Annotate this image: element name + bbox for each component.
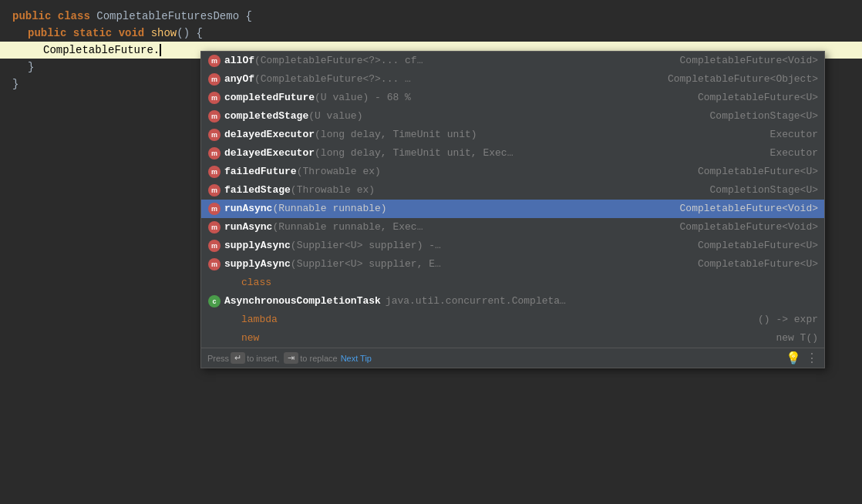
ac-item-completedStage[interactable]: m completedStage (U value) CompletionSta…: [201, 107, 824, 126]
ac-params: (Supplier<U> supplier) -…: [291, 237, 441, 254]
ac-method-name: completedStage: [224, 108, 308, 125]
method-icon: m: [207, 54, 221, 68]
ac-params: (Supplier<U> supplier, E…: [291, 256, 441, 273]
ac-method-name: completedFuture: [224, 89, 315, 106]
ac-return-type: CompletableFuture<Void>: [680, 219, 818, 236]
ac-method-name: delayedExecutor: [224, 145, 315, 162]
method-show: show: [151, 25, 177, 42]
keyword-public: public: [12, 8, 58, 25]
ac-item-runAsync1[interactable]: m runAsync (Runnable runnable) Completab…: [201, 200, 824, 218]
ac-return-type: CompletableFuture<U>: [698, 256, 818, 273]
ac-return-type: CompletableFuture<Void>: [680, 52, 818, 69]
ac-method-name: delayedExecutor: [224, 126, 315, 143]
ac-keyword-class: class: [224, 274, 271, 291]
class-name: CompletableFuturesDemo: [96, 8, 245, 25]
ac-params: (Runnable runnable): [272, 200, 386, 217]
ac-method-name: runAsync: [224, 200, 272, 217]
ac-params: (long delay, TimeUnit unit, Exec…: [315, 145, 513, 162]
method-icon: m: [207, 183, 221, 197]
ac-params: (CompletableFuture<?>... …: [254, 71, 411, 88]
ac-return-new: new T(): [776, 330, 818, 347]
ac-params: (Throwable ex): [297, 163, 381, 180]
method-icon: m: [207, 146, 221, 160]
ac-item-delayedExecutor2[interactable]: m delayedExecutor (long delay, TimeUnit …: [201, 144, 824, 163]
ac-method-name: anyOf: [224, 71, 254, 88]
ac-params: (Runnable runnable, Exec…: [272, 219, 423, 236]
ac-method-name: supplyAsync: [224, 256, 291, 273]
editor-area: public class CompletableFuturesDemo { pu…: [0, 0, 862, 100]
keyword-public-2: public: [28, 25, 73, 42]
code-line-1: public class CompletableFuturesDemo {: [0, 8, 862, 25]
footer-replace-key: ⇥: [284, 352, 298, 364]
ac-item-failedStage[interactable]: m failedStage (Throwable ex) CompletionS…: [201, 181, 824, 200]
ac-item-supplyAsync2[interactable]: m supplyAsync (Supplier<U> supplier, E… …: [201, 255, 824, 274]
ac-params: (CompletableFuture<?>... cf…: [254, 52, 423, 69]
ac-item-new[interactable]: new new T(): [201, 329, 824, 348]
ac-return-type: CompletableFuture<Object>: [668, 71, 818, 88]
ac-item-delayedExecutor1[interactable]: m delayedExecutor (long delay, TimeUnit …: [201, 126, 824, 144]
footer-replace-label: to replace: [300, 354, 337, 363]
ac-item-allOf[interactable]: m allOf (CompletableFuture<?>... cf… Com…: [201, 52, 824, 70]
autocomplete-footer: Press ↵ to insert, ⇥ to replace Next Tip…: [201, 348, 824, 368]
ac-keyword-new: new: [224, 330, 259, 347]
ac-return-lambda: () -> expr: [758, 311, 818, 328]
ac-item-lambda[interactable]: lambda () -> expr: [201, 311, 824, 329]
ac-return-type: CompletableFuture<U>: [698, 89, 818, 106]
autocomplete-dropdown: m allOf (CompletableFuture<?>... cf… Com…: [200, 51, 825, 368]
footer-insert-key: ↵: [231, 352, 245, 364]
keyword-static: static: [73, 25, 119, 42]
ac-class-package: java.util.concurrent.Completa…: [386, 293, 566, 310]
ac-method-name: supplyAsync: [224, 237, 291, 254]
ac-method-name: runAsync: [224, 219, 272, 236]
method-icon: m: [207, 72, 221, 86]
keyword-class: class: [58, 8, 96, 25]
text-cursor: [160, 44, 161, 56]
ac-item-class[interactable]: class: [201, 274, 824, 292]
bulb-icon[interactable]: 💡: [786, 351, 801, 365]
no-icon: [207, 331, 221, 345]
ac-method-name: failedFuture: [224, 163, 297, 180]
class-icon: c: [207, 294, 221, 308]
ac-item-failedFuture[interactable]: m failedFuture (Throwable ex) Completabl…: [201, 163, 824, 181]
ac-item-runAsync2[interactable]: m runAsync (Runnable runnable, Exec… Com…: [201, 218, 824, 237]
method-icon: m: [207, 257, 221, 271]
footer-next-tip-link[interactable]: Next Tip: [341, 354, 372, 363]
ac-return-type: CompletableFuture<U>: [698, 237, 818, 254]
method-icon: m: [207, 109, 221, 123]
ac-keyword-lambda: lambda: [224, 311, 278, 328]
method-icon: m: [207, 202, 221, 216]
method-icon: m: [207, 91, 221, 105]
ac-method-name: failedStage: [224, 182, 291, 199]
method-icon: m: [207, 239, 221, 253]
ac-class-name: AsynchronousCompletionTask: [224, 293, 381, 310]
keyword-void: void: [119, 25, 151, 42]
ac-params: (Throwable ex): [291, 182, 375, 199]
more-options-icon[interactable]: ⋮: [806, 351, 818, 365]
ac-params: (U value): [308, 108, 362, 125]
code-line-2: public static void show() {: [0, 25, 862, 42]
ac-return-type: CompletableFuture<Void>: [680, 200, 818, 217]
ac-return-type: CompletionStage<U>: [710, 182, 818, 199]
no-icon: [207, 313, 221, 327]
ac-return-type: Executor: [770, 145, 818, 162]
ac-item-supplyAsync1[interactable]: m supplyAsync (Supplier<U> supplier) -… …: [201, 237, 824, 255]
ac-item-anyOf[interactable]: m anyOf (CompletableFuture<?>... … Compl…: [201, 70, 824, 89]
ac-return-type: CompletionStage<U>: [710, 108, 818, 125]
ac-params: (long delay, TimeUnit unit): [315, 126, 477, 143]
ac-method-name: allOf: [224, 52, 254, 69]
ac-params: (U value) - 68 %: [315, 89, 411, 106]
completable-future-text: CompletableFuture.: [43, 42, 160, 59]
ac-item-async-completion-task[interactable]: c AsynchronousCompletionTask java.util.c…: [201, 292, 824, 311]
method-icon: m: [207, 128, 221, 142]
ac-return-type: Executor: [770, 126, 818, 143]
footer-insert-label: to insert,: [247, 354, 279, 363]
method-icon: m: [207, 220, 221, 234]
ac-return-type: CompletableFuture<U>: [698, 163, 818, 180]
footer-press-text: Press: [207, 354, 229, 363]
ac-item-completedFuture[interactable]: m completedFuture (U value) - 68 % Compl…: [201, 89, 824, 107]
method-icon: m: [207, 165, 221, 179]
no-icon: [207, 276, 221, 290]
